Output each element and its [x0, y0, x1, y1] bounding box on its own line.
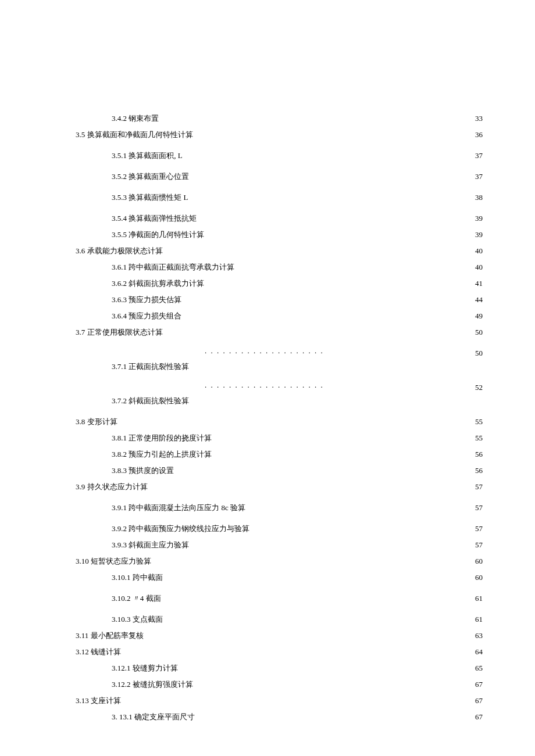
toc-entry: 3.6 承载能力极限状态计算40 — [76, 246, 483, 256]
toc-page-number: 60 — [475, 557, 483, 566]
toc-entry: 3.5.3 换算截面惯性矩 L38 — [76, 192, 483, 203]
toc-entry: 3.12.2 被缝抗剪强度计算67 — [76, 679, 483, 690]
toc-entry: 3.4.2 钢束布置33 — [76, 113, 483, 124]
toc-page-number: 39 — [475, 214, 483, 223]
toc-entry: 3.6.3 预应力损失估算44 — [76, 295, 483, 305]
toc-page-number: 64 — [475, 647, 483, 657]
toc-label: 3.12.2 被缝抗剪强度计算 — [112, 679, 193, 690]
toc-page-number: 40 — [475, 263, 483, 272]
toc-label: 3.7.2 斜截面抗裂性验算 — [76, 396, 483, 406]
toc-page-number: 56 — [475, 466, 483, 475]
toc-label: 3.8.3 预拱度的设置 — [112, 465, 174, 476]
toc-page-number: 39 — [475, 230, 483, 239]
toc-page-number: 33 — [475, 114, 483, 123]
toc-label: 3.4.2 钢束布置 — [112, 113, 159, 124]
toc-page-number: 56 — [475, 450, 483, 459]
toc-entry: 3.5 换算截面和净截面几何特性计算36 — [76, 130, 483, 140]
toc-page-number: 60 — [475, 573, 483, 582]
toc-label: 3.9.2 跨中截面预应力钢绞线拉应力与验算 — [112, 524, 249, 534]
toc-entry: 3.8.3 预拱度的设置56 — [76, 465, 483, 476]
toc-page-number: 44 — [475, 295, 483, 304]
toc-label: 3.11 最小配筋率复核 — [76, 630, 144, 641]
toc-page-number: 67 — [475, 712, 483, 722]
toc-leader — [205, 382, 474, 390]
toc-entry: 523.7.2 斜截面抗裂性验算 — [76, 382, 483, 406]
toc-label: 3.13 支座计算 — [76, 696, 121, 706]
toc-label: 3.10.2 〃4 截面 — [112, 593, 161, 604]
toc-page-number: 50 — [475, 349, 483, 358]
toc-page-number: 40 — [475, 246, 483, 256]
toc-label: 3.8.2 预应力引起的上拱度计算 — [112, 449, 212, 460]
toc-label: 3.6.2 斜截面抗剪承载力计算 — [112, 278, 204, 289]
toc-page-number: 61 — [475, 615, 483, 624]
toc-leader — [205, 348, 474, 356]
toc-label: 3.8.1 正常使用阶段的挠度计算 — [112, 433, 212, 443]
toc-page-number: 63 — [475, 631, 483, 640]
toc-label: 3.12.1 较缝剪力计算 — [112, 663, 178, 673]
toc-page-number: 55 — [475, 433, 483, 443]
toc-label: 3.5.5 净截面的几何特性计算 — [112, 230, 204, 240]
toc-entry: 3.8.1 正常使用阶段的挠度计算55 — [76, 433, 483, 443]
toc-entry: 3.9 持久状态应力计算57 — [76, 482, 483, 492]
toc-label: 3.10.1 跨中截面 — [112, 572, 163, 583]
toc-entry: 3.5.1 换算截面面积, L37 — [76, 151, 483, 161]
toc-label: 3. 13.1 确定支座平面尺寸 — [112, 712, 195, 722]
toc-entry: 3.10 短暂状态应力验算60 — [76, 556, 483, 567]
toc-label: 3.5.4 换算截面弹性抵抗矩 — [112, 213, 197, 224]
toc-page-number: 50 — [475, 328, 483, 337]
toc-label: 3.5.2 换算截面重心位置 — [112, 171, 189, 182]
toc-entry: 3.8.2 预应力引起的上拱度计算56 — [76, 449, 483, 460]
toc-label: 3.10 短暂状态应力验算 — [76, 556, 151, 567]
toc-entry: 3.9.1 跨中截面混凝土法向压应力 8c 验算57 — [76, 503, 483, 513]
toc-entry: 3.10.2 〃4 截面61 — [76, 593, 483, 604]
toc-page-number: 65 — [475, 664, 483, 673]
toc-label: 3.6.3 预应力损失估算 — [112, 295, 181, 305]
toc-label: 3.5.1 换算截面面积, L — [112, 151, 183, 161]
toc-label: 3.9.3 斜截面主应力验算 — [112, 540, 189, 550]
toc-page-number: 36 — [475, 130, 483, 139]
toc-label: 3.9 持久状态应力计算 — [76, 482, 148, 492]
toc-page-number: 67 — [475, 696, 483, 705]
toc-entry: 3.9.2 跨中截面预应力钢绞线拉应力与验算57 — [76, 524, 483, 534]
toc-entry: 3.10.3 支点截面61 — [76, 614, 483, 625]
toc-label: 3.6 承载能力极限状态计算 — [76, 246, 163, 256]
toc-page-number: 57 — [475, 503, 483, 513]
toc-entry: 3.6.1 跨中截面正截面抗弯承载力计算40 — [76, 262, 483, 273]
toc-entry: 3.11 最小配筋率复核63 — [76, 630, 483, 641]
toc-label: 3.9.1 跨中截面混凝土法向压应力 8c 验算 — [112, 503, 245, 513]
toc-page-number: 37 — [475, 151, 483, 160]
toc-page: 3.4.2 钢束布置333.5 换算截面和净截面几何特性计算363.5.1 换算… — [0, 0, 535, 756]
toc-page-number: 55 — [475, 417, 483, 427]
toc-page-number: 37 — [475, 172, 483, 181]
toc-page-number: 61 — [475, 594, 483, 603]
toc-page-number: 41 — [475, 279, 483, 288]
toc-entry: 3.5.4 换算截面弹性抵抗矩39 — [76, 213, 483, 224]
toc-page-number: 52 — [475, 383, 483, 392]
toc-entry: 3.12.1 较缝剪力计算65 — [76, 663, 483, 673]
toc-entry: 3.5.5 净截面的几何特性计算39 — [76, 230, 483, 240]
toc-label: 3.6.1 跨中截面正截面抗弯承载力计算 — [112, 262, 234, 273]
toc-label: 3.6.4 预应力损失组合 — [112, 311, 181, 321]
toc-label: 3.8 变形计算 — [76, 417, 117, 427]
toc-entry: 3.7 正常使用极限状态计算50 — [76, 327, 483, 338]
toc-entry: 3.8 变形计算55 — [76, 417, 483, 427]
toc-page-number: 49 — [475, 311, 483, 321]
toc-label: 3.7 正常使用极限状态计算 — [76, 327, 163, 338]
toc-entry: 3.12 钱缝计算64 — [76, 647, 483, 657]
toc-entry: 3.5.2 换算截面重心位置37 — [76, 171, 483, 182]
toc-entry: 3. 13.1 确定支座平面尺寸67 — [76, 712, 483, 722]
toc-label: 3.12 钱缝计算 — [76, 647, 121, 657]
toc-page-number: 57 — [475, 540, 483, 550]
toc-entry: 3.6.4 预应力损失组合49 — [76, 311, 483, 321]
toc-entry: 3.13 支座计算67 — [76, 696, 483, 706]
toc-label: 3.7.1 正截面抗裂性验算 — [76, 361, 483, 372]
toc-label: 3.10.3 支点截面 — [112, 614, 163, 625]
toc-label: 3.5.3 换算截面惯性矩 L — [112, 192, 188, 203]
toc-page-number: 57 — [475, 482, 483, 492]
toc-page-number: 67 — [475, 680, 483, 689]
toc-entry: 3.6.2 斜截面抗剪承载力计算41 — [76, 278, 483, 289]
toc-page-number: 38 — [475, 193, 483, 202]
toc-label: 3.5 换算截面和净截面几何特性计算 — [76, 130, 193, 140]
toc-entry: 503.7.1 正截面抗裂性验算 — [76, 348, 483, 372]
toc-page-number: 57 — [475, 524, 483, 533]
